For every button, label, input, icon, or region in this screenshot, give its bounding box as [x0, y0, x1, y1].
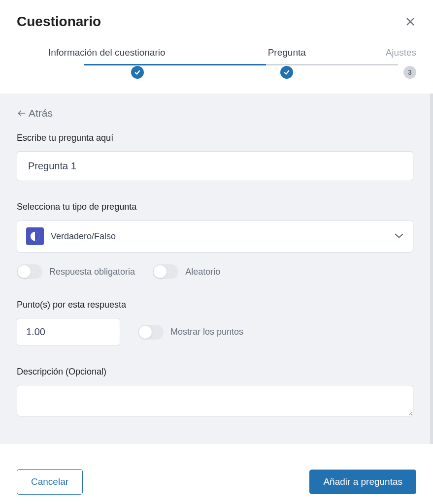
step-settings-label: Ajustes	[386, 47, 416, 58]
type-field-label: Selecciona tu tipo de pregunta	[17, 202, 413, 212]
random-toggle-label: Aleatorio	[185, 267, 220, 277]
step-question-label: Pregunta	[268, 47, 306, 58]
points-input[interactable]	[17, 318, 120, 346]
close-button[interactable]	[404, 16, 416, 28]
step-question-circle	[280, 66, 293, 79]
required-toggle[interactable]	[17, 264, 42, 279]
check-icon	[134, 69, 141, 76]
chevron-down-icon	[394, 232, 404, 241]
toggle-knob	[18, 265, 31, 278]
question-type-value: Verdadero/Falso	[51, 231, 387, 242]
step-connector-2	[266, 64, 398, 65]
back-button[interactable]: Atrás	[17, 107, 53, 119]
step-settings[interactable]: Ajustes 3	[377, 47, 416, 79]
question-type-select[interactable]: Verdadero/Falso	[17, 220, 413, 252]
step-connector-1	[84, 64, 266, 65]
question-input[interactable]	[17, 151, 413, 181]
close-icon	[405, 16, 416, 27]
show-points-toggle-label: Mostrar los puntos	[170, 327, 243, 337]
required-toggle-label: Respuesta obligatoria	[49, 267, 135, 277]
step-question[interactable]: Pregunta	[197, 47, 377, 79]
stepper: Información del cuestionario Pregunta Aj…	[0, 37, 433, 94]
step-settings-circle: 3	[403, 66, 416, 79]
add-to-questions-button[interactable]: Añadir a preguntas	[309, 470, 416, 494]
description-input[interactable]	[17, 385, 413, 416]
toggle-knob	[139, 326, 152, 339]
question-field-label: Escribe tu pregunta aquí	[17, 133, 413, 143]
random-toggle[interactable]	[153, 264, 178, 279]
check-icon	[283, 69, 290, 76]
step-info[interactable]: Información del cuestionario	[17, 47, 197, 79]
cancel-button[interactable]: Cancelar	[17, 469, 83, 495]
modal-title: Cuestionario	[17, 14, 101, 30]
arrow-left-icon	[17, 108, 27, 118]
true-false-icon	[26, 227, 44, 245]
show-points-toggle[interactable]	[138, 325, 164, 340]
step-info-circle	[131, 66, 144, 79]
points-field-label: Punto(s) por esta respuesta	[17, 300, 413, 310]
back-label: Atrás	[29, 107, 53, 119]
toggle-knob	[154, 265, 167, 278]
description-field-label: Descripción (Opcional)	[17, 367, 413, 377]
step-info-label: Información del cuestionario	[48, 47, 166, 58]
